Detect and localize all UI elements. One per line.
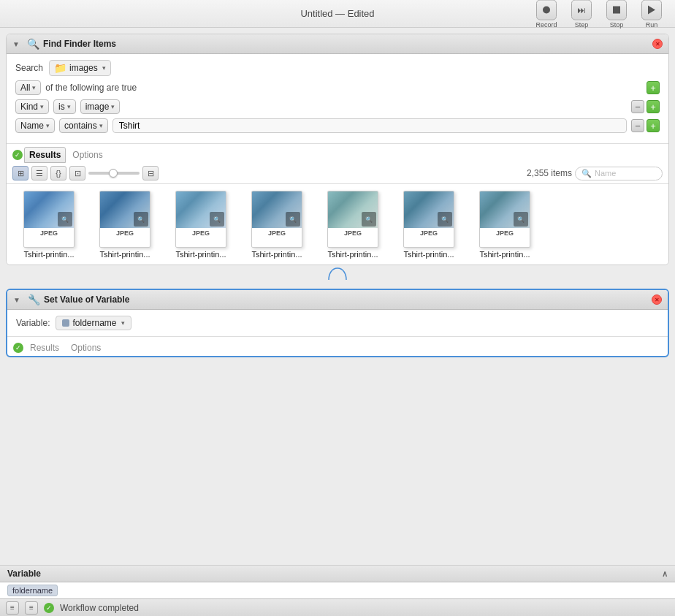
file-name-4: Tshirt-printin... bbox=[251, 250, 302, 259]
name-operator-arrow-icon: ▾ bbox=[99, 122, 103, 129]
run-icon bbox=[648, 5, 655, 14]
options-tab[interactable]: Options bbox=[67, 147, 107, 163]
name-value-input[interactable]: Tshirt bbox=[113, 118, 627, 133]
file-icon-5: 🔍 JPEG bbox=[324, 190, 382, 248]
list-view-button[interactable]: ☰ bbox=[31, 166, 47, 180]
find-finder-close-button[interactable]: ✕ bbox=[652, 39, 663, 49]
zoom-icon-7: 🔍 bbox=[514, 212, 528, 227]
kind-operator-arrow-icon: ▾ bbox=[67, 103, 71, 110]
variable-panel: Variable ∧ foldername path ≡ ≡ ✓ Workflo… bbox=[0, 565, 675, 616]
grid-view-button[interactable]: ⊞ bbox=[12, 166, 28, 180]
status-btn-2[interactable]: ≡ bbox=[25, 601, 38, 615]
connector bbox=[0, 265, 675, 283]
json-view-button[interactable]: {} bbox=[50, 166, 66, 180]
condition-all-row: All ▾ of the following are true + bbox=[15, 80, 660, 95]
workflow-status-icon: ✓ bbox=[44, 603, 54, 613]
kind-value-select[interactable]: image ▾ bbox=[80, 99, 121, 114]
variable-row: Variable: foldername ▾ bbox=[7, 310, 668, 336]
file-item-6[interactable]: 🔍 JPEG Tshirt-printin... bbox=[392, 190, 465, 259]
run-label: Run bbox=[646, 20, 658, 28]
record-label: Record bbox=[535, 20, 557, 28]
set-value-options-tab[interactable]: Options bbox=[66, 340, 106, 356]
file-item-5[interactable]: 🔍 JPEG Tshirt-printin... bbox=[316, 190, 389, 259]
title-bar: Untitled — Edited Record ⏭ Step Stop Run bbox=[0, 0, 675, 28]
file-name-2: Tshirt-printin... bbox=[99, 250, 150, 259]
results-tab[interactable]: Results bbox=[24, 147, 66, 163]
kind-operator-select[interactable]: is ▾ bbox=[53, 99, 76, 114]
file-icon-7: 🔍 JPEG bbox=[476, 190, 534, 248]
status-btn-1[interactable]: ≡ bbox=[6, 601, 19, 615]
name-field-value: Name bbox=[20, 121, 44, 131]
step-button[interactable]: ⏭ Step bbox=[565, 0, 598, 28]
name-operator-select[interactable]: contains ▾ bbox=[59, 118, 108, 133]
zoom-icon-4: 🔍 bbox=[286, 212, 300, 227]
file-item-2[interactable]: 🔍 JPEG Tshirt-printin... bbox=[88, 190, 161, 259]
file-icon-1: 🔍 JPEG bbox=[20, 190, 78, 248]
variable-icon bbox=[62, 319, 69, 327]
variable-panel-header[interactable]: Variable ∧ bbox=[0, 566, 675, 582]
zoom-icon-2: 🔍 bbox=[134, 212, 148, 227]
zoom-icon-1: 🔍 bbox=[58, 212, 72, 227]
find-finder-title: Find Finder Items bbox=[43, 39, 648, 49]
remove-name-button[interactable]: − bbox=[631, 119, 644, 132]
file-icon-2: 🔍 JPEG bbox=[96, 190, 154, 248]
jpeg-thumb-5: 🔍 bbox=[328, 191, 378, 228]
status-bar: ≡ ≡ ✓ Workflow completed bbox=[0, 598, 675, 616]
condition-row-2: Name ▾ contains ▾ Tshirt − + bbox=[15, 118, 660, 133]
variable-item-1[interactable]: foldername bbox=[0, 582, 675, 599]
step-icon: ⏭ bbox=[577, 4, 586, 15]
kind-field-select[interactable]: Kind ▾ bbox=[15, 99, 49, 114]
set-value-close-button[interactable]: ✕ bbox=[652, 294, 662, 305]
add-name-button[interactable]: + bbox=[647, 119, 660, 132]
file-name-5: Tshirt-printin... bbox=[327, 250, 378, 259]
all-select-value: All bbox=[20, 83, 30, 93]
jpeg-thumb-1: 🔍 bbox=[24, 191, 74, 228]
kind-field-value: Kind bbox=[20, 102, 38, 112]
step-icon-circle: ⏭ bbox=[571, 0, 592, 20]
kind-operator-value: is bbox=[58, 102, 65, 112]
step-label: Step bbox=[575, 20, 589, 28]
set-value-results-tabs: ✓ Results Options bbox=[7, 336, 668, 356]
folder-badge[interactable]: 📁 images ▾ bbox=[49, 60, 111, 76]
add-condition-button[interactable]: + bbox=[647, 81, 660, 94]
set-value-results-tab[interactable]: Results bbox=[25, 340, 64, 356]
collapse-set-value-button[interactable]: ▼ bbox=[13, 294, 23, 305]
kind-field-arrow-icon: ▾ bbox=[40, 103, 44, 110]
folder-dropdown-icon: ▾ bbox=[102, 64, 106, 72]
set-value-variable-card: ▼ 🔧 Set Value of Variable ✕ Variable: fo… bbox=[6, 289, 669, 357]
file-name-3: Tshirt-printin... bbox=[175, 250, 226, 259]
detail-view-button[interactable]: ⊡ bbox=[69, 166, 85, 180]
file-item-3[interactable]: 🔍 JPEG Tshirt-printin... bbox=[164, 190, 237, 259]
find-finder-icon: 🔍 bbox=[27, 38, 39, 50]
results-search-box[interactable]: 🔍 Name bbox=[575, 167, 663, 180]
file-item-1[interactable]: 🔍 JPEG Tshirt-printin... bbox=[12, 190, 85, 259]
set-value-title: Set Value of Variable bbox=[44, 294, 647, 305]
slider-thumb[interactable] bbox=[109, 169, 118, 178]
jpeg-thumb-6: 🔍 bbox=[404, 191, 454, 228]
collapse-find-button[interactable]: ▼ bbox=[12, 39, 23, 49]
file-item-4[interactable]: 🔍 JPEG Tshirt-printin... bbox=[240, 190, 313, 259]
connector-svg bbox=[323, 267, 352, 281]
main-area: ▼ 🔍 Find Finder Items ✕ Search 📁 images … bbox=[0, 28, 675, 616]
variable-badge[interactable]: foldername ▾ bbox=[56, 316, 131, 330]
name-field-select[interactable]: Name ▾ bbox=[15, 118, 55, 133]
remove-kind-button[interactable]: − bbox=[631, 100, 644, 113]
folder-icon: 📁 bbox=[54, 62, 66, 74]
file-item-7[interactable]: 🔍 JPEG Tshirt-printin... bbox=[468, 190, 541, 259]
file-grid: 🔍 JPEG Tshirt-printin... 🔍 JPEG bbox=[7, 184, 668, 265]
search-label: Search bbox=[15, 63, 43, 73]
find-finder-body: Search 📁 images ▾ All ▾ of the following… bbox=[7, 54, 668, 143]
file-icon-3: 🔍 JPEG bbox=[172, 190, 230, 248]
file-name-6: Tshirt-printin... bbox=[403, 250, 454, 259]
all-select[interactable]: All ▾ bbox=[15, 80, 41, 95]
name-row-buttons: − + bbox=[631, 119, 660, 132]
run-button[interactable]: Run bbox=[636, 0, 668, 28]
add-kind-button[interactable]: + bbox=[647, 100, 660, 113]
set-value-icon: 🔧 bbox=[28, 294, 39, 305]
record-button[interactable]: Record bbox=[530, 0, 562, 28]
results-search-placeholder: Name bbox=[595, 169, 616, 178]
large-icon-button[interactable]: ⊟ bbox=[142, 166, 159, 180]
size-slider[interactable] bbox=[88, 172, 140, 175]
results-tabs: ✓ Results Options bbox=[7, 143, 668, 163]
stop-button[interactable]: Stop bbox=[600, 0, 633, 28]
